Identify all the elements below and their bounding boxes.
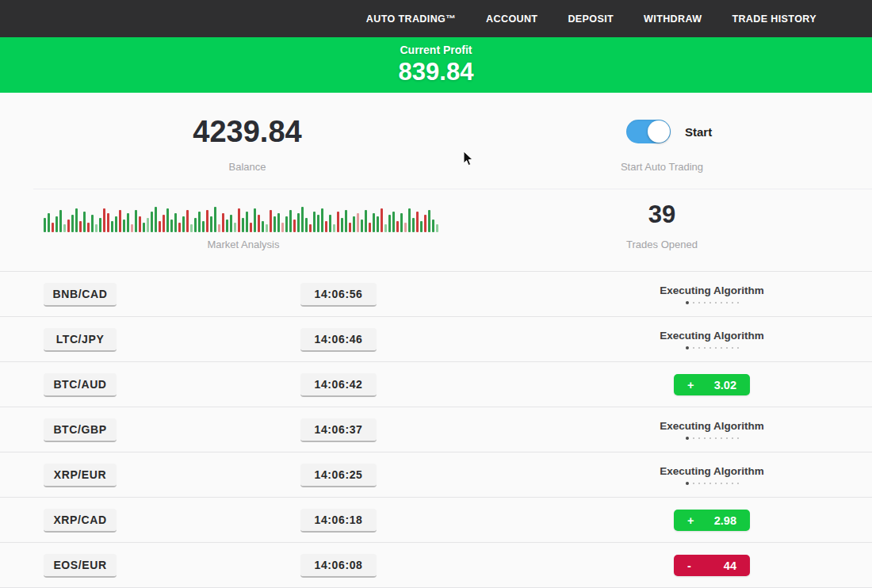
market-bar — [381, 208, 383, 232]
trade-row: BNB/CAD14:06:56Executing Algorithm — [0, 272, 872, 317]
progress-dot — [726, 483, 728, 484]
trades-opened-label: Trades Opened — [583, 239, 741, 250]
market-bar — [377, 216, 379, 232]
balance-label: Balance — [128, 161, 366, 173]
nav-item-withdraw[interactable]: WITHDRAW — [644, 13, 702, 25]
trade-time-chip: 14:06:56 — [300, 283, 377, 307]
market-bar — [424, 215, 426, 232]
progress-dot — [693, 302, 694, 304]
nav-item-trade-history[interactable]: TRADE HISTORY — [732, 13, 817, 25]
market-bar — [321, 208, 323, 232]
market-bar — [230, 215, 232, 232]
progress-dots — [686, 437, 739, 440]
progress-dot — [698, 347, 700, 349]
progress-dots — [686, 301, 739, 304]
market-bar — [270, 210, 272, 232]
pair-chip: XRP/EUR — [44, 464, 117, 487]
progress-dot — [732, 302, 733, 304]
market-bar — [155, 207, 157, 232]
progress-dot — [698, 437, 700, 439]
market-bar — [63, 224, 66, 232]
market-bar — [111, 221, 113, 232]
market-bar — [309, 224, 312, 232]
market-bar — [44, 218, 46, 232]
progress-dot — [737, 347, 739, 349]
market-bar — [75, 208, 78, 232]
market-bar — [404, 223, 407, 232]
market-bar — [325, 221, 327, 232]
pair-chip: LTC/JPY — [44, 328, 117, 352]
market-bar — [345, 210, 347, 232]
market-bar — [365, 210, 367, 232]
market-bar — [396, 221, 399, 232]
executing-algorithm-label: Executing Algorithm — [660, 420, 764, 432]
profit-badge: +2.98 — [674, 510, 750, 531]
market-bar — [222, 213, 224, 232]
market-bar — [293, 220, 296, 232]
result-amount: 2.98 — [714, 514, 736, 527]
progress-dots — [686, 482, 739, 485]
current-profit-banner: Current Profit 839.84 — [0, 37, 872, 93]
market-bar — [436, 224, 438, 232]
market-bar — [87, 223, 90, 232]
trade-status: Executing Algorithm — [648, 452, 775, 498]
progress-dot — [698, 302, 700, 304]
market-bar — [357, 213, 359, 232]
progress-dot — [686, 482, 689, 485]
trade-row: XRP/EUR14:06:25Executing Algorithm — [0, 452, 872, 498]
trades-table: BNB/CAD14:06:56Executing AlgorithmLTC/JP… — [0, 271, 872, 588]
progress-dot — [693, 483, 694, 484]
progress-dot — [693, 347, 694, 349]
progress-dot — [715, 347, 717, 349]
market-bar — [151, 212, 153, 232]
market-bar — [131, 224, 133, 232]
trade-status: +2.98 — [648, 498, 775, 543]
auto-trading-toggle[interactable] — [626, 120, 671, 143]
market-bar — [127, 213, 129, 232]
result-sign: + — [687, 514, 694, 527]
market-bar — [408, 208, 411, 232]
market-bar — [107, 213, 109, 232]
market-bar — [103, 208, 105, 232]
toggle-knob[interactable] — [648, 120, 670, 143]
market-bar — [147, 218, 149, 232]
market-bar — [52, 223, 54, 232]
current-profit-label: Current Profit — [400, 44, 472, 56]
main-content: 4239.84 Balance Start Start Auto Trading… — [0, 93, 872, 588]
market-bar — [218, 224, 220, 232]
market-bar — [91, 215, 94, 232]
nav-item-deposit[interactable]: DEPOSIT — [568, 13, 614, 25]
market-bar — [242, 218, 244, 232]
market-bar — [95, 224, 98, 232]
pair-chip: BTC/GBP — [44, 418, 117, 442]
progress-dot — [686, 346, 689, 349]
market-bar — [55, 216, 58, 232]
progress-dot — [732, 347, 733, 349]
progress-dot — [726, 437, 728, 439]
progress-dot — [704, 347, 706, 349]
market-bar — [99, 218, 101, 232]
market-bar — [238, 208, 240, 232]
market-bar — [170, 220, 173, 232]
progress-dot — [709, 302, 711, 304]
market-bar — [198, 212, 201, 232]
market-bar — [79, 221, 82, 232]
market-bar — [71, 215, 74, 232]
executing-algorithm-label: Executing Algorithm — [660, 284, 764, 296]
market-bar — [297, 213, 300, 232]
nav-item-account[interactable]: ACCOUNT — [486, 13, 537, 25]
nav-item-auto-trading[interactable]: AUTO TRADING™ — [366, 13, 456, 25]
market-bar — [123, 220, 125, 232]
market-bar — [202, 221, 205, 232]
progress-dot — [726, 347, 728, 349]
market-bar — [337, 212, 339, 232]
trade-time-chip: 14:06:42 — [300, 373, 377, 397]
market-bar — [373, 213, 375, 232]
market-bar — [119, 210, 121, 232]
progress-dot — [715, 437, 717, 439]
progress-dot — [726, 302, 728, 304]
market-bar — [289, 210, 292, 232]
market-bar — [384, 224, 387, 232]
trade-status: -44 — [648, 543, 775, 588]
market-bar — [333, 224, 335, 232]
